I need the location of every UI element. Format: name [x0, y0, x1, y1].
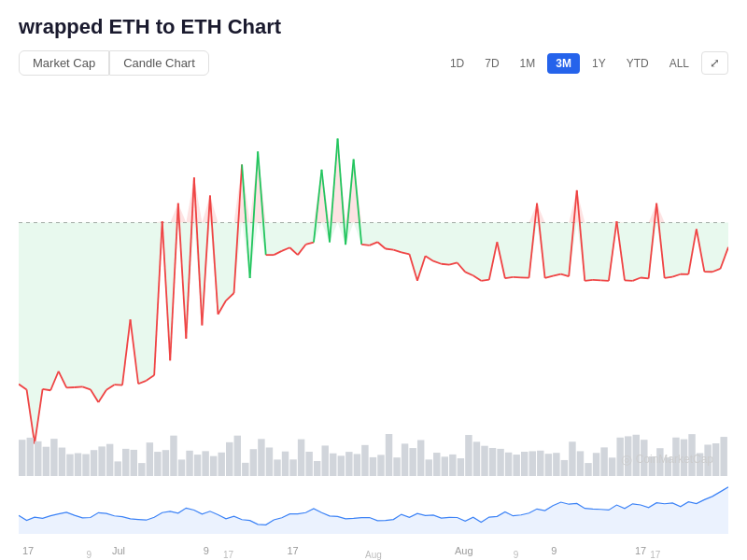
time-ytd[interactable]: YTD: [618, 53, 657, 74]
expand-icon[interactable]: ⤢: [701, 51, 728, 75]
tab-candle-chart[interactable]: Candle Chart: [109, 50, 209, 76]
page-title: wrapped ETH to ETH Chart: [19, 15, 728, 39]
time-1d[interactable]: 1D: [442, 53, 472, 74]
time-7d[interactable]: 7D: [476, 53, 507, 74]
x-axis-mini: 917Aug917: [19, 550, 728, 560]
chart-area: ◎ CoinMarketCap 17Jul917Aug917 917Aug917: [19, 87, 728, 560]
mini-x-label: 17: [223, 550, 233, 560]
mini-chart: [19, 478, 728, 534]
time-all[interactable]: ALL: [661, 53, 698, 74]
mini-x-label: Aug: [365, 550, 382, 560]
mini-x-label: 9: [514, 550, 519, 560]
main-chart: [19, 87, 728, 476]
tab-market-cap[interactable]: Market Cap: [19, 50, 109, 76]
time-1m[interactable]: 1M: [512, 53, 544, 74]
time-range-group: 1D 7D 1M 3M 1Y YTD ALL ⤢: [442, 51, 728, 75]
mini-x-label: 9: [86, 550, 92, 560]
time-1y[interactable]: 1Y: [584, 53, 614, 74]
watermark: ◎ CoinMarketCap: [621, 452, 713, 467]
left-tab-group: Market Cap Candle Chart: [19, 50, 209, 76]
time-3m[interactable]: 3M: [547, 53, 580, 74]
mini-x-label: 17: [650, 550, 660, 560]
